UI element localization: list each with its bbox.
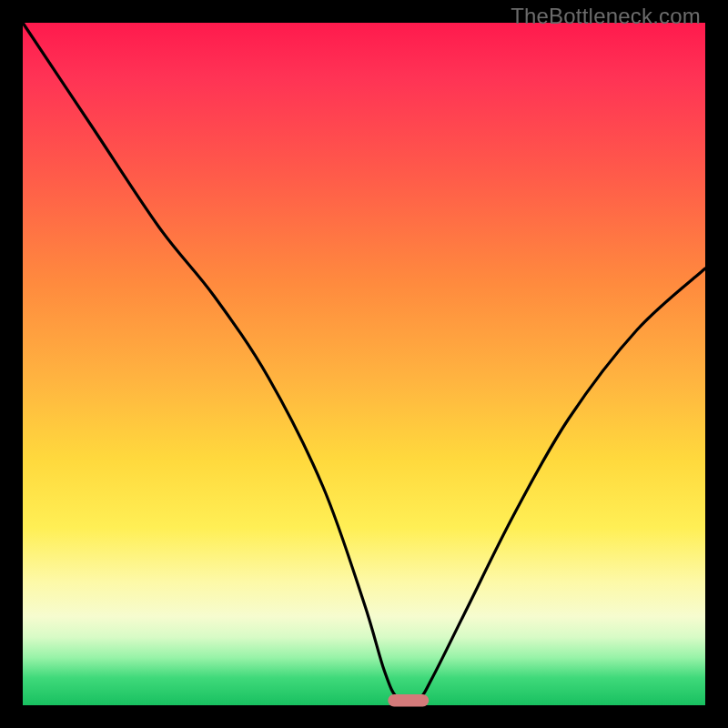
bottleneck-curve-svg bbox=[23, 23, 705, 705]
plot-area bbox=[23, 23, 705, 705]
watermark-text: TheBottleneck.com bbox=[511, 4, 701, 29]
bottleneck-curve-path bbox=[23, 23, 705, 702]
optimal-marker bbox=[388, 694, 429, 707]
chart-frame: TheBottleneck.com bbox=[0, 0, 728, 728]
